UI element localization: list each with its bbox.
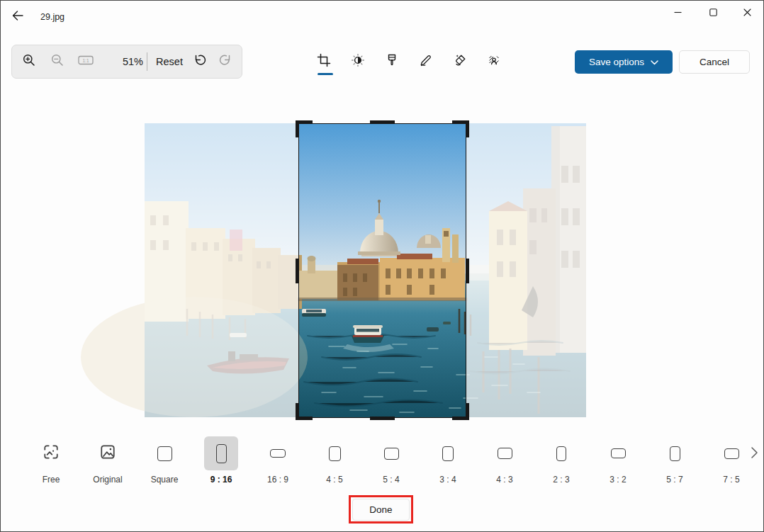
light-adjust-tool-button[interactable]: [344, 47, 372, 76]
ratio-4-5-icon: [329, 446, 341, 461]
save-options-button[interactable]: Save options: [575, 50, 673, 74]
selected-tool-indicator: [318, 73, 333, 75]
zoom-out-icon: [50, 53, 64, 70]
original-image-icon: [99, 443, 116, 463]
svg-text:1:1: 1:1: [82, 58, 89, 63]
zoom-in-button[interactable]: [18, 50, 40, 73]
ratio-4-3-icon: [498, 448, 512, 459]
toolbar-divider: [147, 52, 147, 71]
cancel-button[interactable]: Cancel: [679, 50, 750, 74]
light-adjust-icon: [351, 53, 365, 70]
crop-handle-top-right[interactable]: [466, 120, 469, 137]
redo-button[interactable]: [215, 50, 237, 73]
markup-tool-button[interactable]: [412, 47, 440, 76]
ratio-9-16-icon: [216, 444, 227, 463]
retouch-eraser-icon: [453, 53, 467, 70]
ratio-3-4[interactable]: 3 : 4: [420, 434, 476, 490]
ratio-5-7-icon: [670, 446, 680, 461]
ratio-2-3-icon: [556, 446, 566, 461]
window-title: 29.jpg: [40, 12, 64, 22]
reset-button[interactable]: Reset: [150, 50, 189, 73]
arrow-left-icon: [12, 11, 23, 23]
filter-tool-button[interactable]: [378, 47, 406, 76]
ratio-4-5[interactable]: 4 : 5: [306, 434, 363, 490]
ratio-scroll-next-button[interactable]: [746, 445, 763, 463]
ratio-5-4-icon: [384, 448, 399, 460]
ratio-5-7[interactable]: 5 : 7: [646, 434, 703, 490]
filter-brush-icon: [385, 53, 399, 70]
crop-dim-left: [145, 123, 298, 417]
ratio-3-4-icon: [442, 446, 454, 461]
ratio-16-9[interactable]: 16 : 9: [249, 434, 306, 490]
undo-button[interactable]: [188, 50, 210, 73]
square-ratio-icon: [157, 446, 172, 461]
crop-handle-left[interactable]: [296, 259, 299, 283]
retouch-tool-button[interactable]: [446, 47, 474, 76]
crop-tool-button[interactable]: [310, 47, 338, 76]
undo-icon: [192, 53, 206, 70]
zoom-level-value: 51%: [101, 50, 143, 73]
background-icon: [487, 53, 501, 70]
ratio-3-2-icon: [611, 448, 626, 458]
crop-dim-right: [466, 123, 586, 417]
ratio-5-4[interactable]: 5 : 4: [363, 434, 420, 490]
close-button[interactable]: [731, 0, 763, 24]
crop-handle-top-left[interactable]: [296, 120, 299, 137]
crop-handle-right[interactable]: [466, 259, 469, 283]
ratio-2-3[interactable]: 2 : 3: [533, 434, 590, 490]
ratio-3-2[interactable]: 3 : 2: [590, 434, 646, 490]
minimize-icon: [674, 9, 682, 16]
actual-size-button[interactable]: 1:1: [74, 50, 97, 73]
ratio-4-3[interactable]: 4 : 3: [476, 434, 533, 490]
ratio-free[interactable]: Free: [23, 434, 79, 490]
crop-handle-bottom-left[interactable]: [296, 403, 299, 420]
chevron-down-icon: [651, 57, 658, 67]
actual-size-icon: 1:1: [78, 53, 94, 70]
save-options-label: Save options: [589, 57, 644, 67]
done-button[interactable]: Done: [352, 499, 410, 521]
ratio-original[interactable]: Original: [79, 434, 136, 490]
markup-pen-icon: [419, 53, 433, 70]
photos-editor-window: 29.jpg 1:1 51% Reset: [0, 0, 764, 532]
free-crop-icon: [43, 443, 60, 463]
ratio-7-5-icon: [724, 448, 739, 459]
minimize-button[interactable]: [661, 0, 694, 24]
crop-selection[interactable]: [298, 123, 466, 418]
ratio-9-16[interactable]: 9 : 16: [193, 434, 249, 490]
back-button[interactable]: [7, 7, 28, 27]
crop-handle-top[interactable]: [370, 120, 395, 124]
chevron-right-icon: [751, 447, 758, 461]
ratio-square[interactable]: Square: [136, 434, 193, 490]
crop-handle-bottom-right[interactable]: [466, 403, 469, 420]
maximize-icon: [709, 9, 717, 16]
crop-icon: [317, 53, 331, 70]
background-tool-button[interactable]: [480, 47, 508, 76]
maximize-button[interactable]: [697, 0, 729, 24]
close-icon: [743, 9, 751, 16]
crop-handle-bottom[interactable]: [370, 417, 395, 420]
ratio-16-9-icon: [270, 449, 286, 458]
zoom-out-button[interactable]: [46, 50, 69, 73]
zoom-in-icon: [22, 53, 36, 70]
redo-icon: [219, 53, 233, 70]
